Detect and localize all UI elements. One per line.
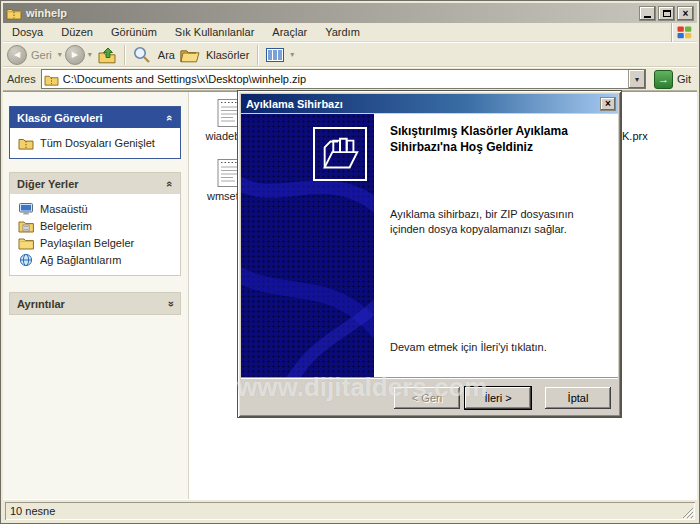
sidebar-item-network-places[interactable]: Ağ Bağlantılarım [18, 251, 174, 268]
chevron-up-icon: « [167, 178, 173, 190]
go-button-label[interactable]: Git [677, 73, 691, 85]
network-globe-icon [18, 253, 34, 267]
windows-logo-panel [671, 23, 697, 42]
menu-yardim[interactable]: Yardım [316, 24, 369, 40]
wizard-title-bar: Ayıklama Sihirbazı × [241, 94, 618, 113]
wizard-heading: Sıkıştırılmış Klasörler Ayıklama Sihirba… [390, 123, 616, 155]
chevron-up-icon: « [167, 112, 173, 124]
forward-button[interactable]: ▶ [65, 45, 85, 65]
views-icon[interactable] [265, 45, 285, 65]
wizard-content: Sıkıştırılmış Klasörler Ayıklama Sihirba… [374, 114, 618, 377]
up-folder-button[interactable] [97, 45, 117, 65]
wizard-banner-panel [241, 114, 374, 377]
back-arrow-icon: ◀ [14, 50, 20, 59]
wizard-folder-graphic-box [313, 127, 367, 181]
search-button-label[interactable]: Ara [158, 49, 175, 61]
desktop-icon [18, 202, 34, 216]
address-value: C:\Documents and Settings\x\Desktop\winh… [63, 73, 628, 85]
panel-details-header[interactable]: Ayrıntılar « [10, 293, 180, 314]
wizard-title: Ayıklama Sihirbazı [246, 98, 600, 110]
windows-logo-icon [677, 25, 692, 40]
sidebar-item-shared-documents[interactable]: Paylaşılan Belgeler [18, 234, 174, 251]
zip-folder-icon [6, 6, 22, 20]
maximize-button[interactable] [658, 6, 675, 21]
maximize-icon [663, 10, 671, 17]
sidebar-item-my-documents[interactable]: Belgelerim [18, 217, 174, 234]
menu-sik-kullanilanlar[interactable]: Sık Kullanılanlar [166, 24, 264, 40]
resize-grip[interactable] [681, 506, 694, 519]
sidebar-item-extract-all[interactable]: Tüm Dosyaları Genişlet [18, 134, 174, 151]
go-button[interactable]: → [654, 70, 673, 89]
wizard-instruction-text: Devam etmek için İleri'yi tıklatın. [390, 341, 610, 353]
sidebar-item-label: Ağ Bağlantılarım [40, 254, 121, 266]
chevron-down-icon: ▾ [635, 75, 639, 84]
back-dropdown-caret-icon[interactable]: ▾ [58, 50, 62, 59]
panel-other-places-header[interactable]: Diğer Yerler « [10, 173, 180, 194]
shared-folder-icon [18, 236, 34, 250]
toolbar-separator [257, 45, 258, 65]
sidebar-item-label: Paylaşılan Belgeler [40, 237, 134, 249]
panel-title: Klasör Görevleri [17, 112, 103, 124]
file-label-partial[interactable]: K.prx [622, 130, 648, 142]
panel-title: Ayrıntılar [17, 298, 65, 310]
menu-duzen[interactable]: Düzen [52, 24, 102, 40]
title-bar: winhelp × [3, 3, 697, 23]
wizard-body-text: Ayıklama sihirbazı, bir ZIP dosyasının i… [390, 207, 600, 237]
documents-folder-icon [18, 219, 34, 233]
wizard-page: Sıkıştırılmış Klasörler Ayıklama Sihirba… [241, 114, 618, 377]
watermark-text: www.dijitalders.com [237, 372, 487, 403]
wizard-close-button[interactable]: × [600, 97, 616, 111]
status-cell: 10 nesne [5, 502, 695, 520]
views-dropdown-caret-icon[interactable]: ▾ [290, 50, 294, 59]
panel-other-places-body: Masaüstü Belgelerim [10, 194, 180, 275]
forward-arrow-icon: ▶ [72, 50, 78, 59]
zip-folder-icon [18, 136, 34, 150]
sidebar-item-label: Masaüstü [40, 203, 88, 215]
forward-dropdown-caret-icon[interactable]: ▾ [88, 50, 92, 59]
panel-title: Diğer Yerler [17, 178, 79, 190]
menu-araclar[interactable]: Araçlar [263, 24, 316, 40]
close-button[interactable]: × [677, 6, 694, 21]
minimize-icon [644, 11, 651, 18]
sidebar-item-desktop[interactable]: Masaüstü [18, 200, 174, 217]
panel-folder-tasks-header[interactable]: Klasör Görevleri « [10, 107, 180, 128]
zip-folder-icon [44, 73, 59, 86]
panel-other-places: Diğer Yerler « Masaüstü [9, 172, 181, 276]
window-title: winhelp [26, 7, 639, 19]
extraction-wizard-dialog: Ayıklama Sihirbazı × [237, 90, 622, 418]
search-icon[interactable] [132, 45, 152, 65]
status-text: 10 nesne [10, 505, 55, 517]
address-label: Adres [7, 73, 36, 85]
address-input[interactable]: C:\Documents and Settings\x\Desktop\winh… [41, 69, 646, 89]
back-button[interactable]: ◀ [7, 45, 27, 65]
panel-details: Ayrıntılar « [9, 292, 181, 315]
panel-folder-tasks: Klasör Görevleri « Tüm Dosyaları Genişle… [9, 106, 181, 159]
menu-dosya[interactable]: Dosya [3, 24, 52, 40]
panel-folder-tasks-body: Tüm Dosyaları Genişlet [10, 128, 180, 158]
back-button-label[interactable]: Geri [31, 49, 52, 61]
address-dropdown-button[interactable]: ▾ [628, 70, 645, 88]
minimize-button[interactable] [639, 6, 656, 21]
folders-icon[interactable] [180, 45, 200, 65]
chevron-down-icon: « [167, 298, 173, 310]
sidebar-item-label: Belgelerim [40, 220, 92, 232]
extract-folder-icon [317, 131, 363, 177]
sidebar-item-label: Tüm Dosyaları Genişlet [40, 137, 155, 149]
cancel-wizard-button[interactable]: İptal [545, 387, 611, 409]
toolbar: ◀ Geri ▾ ▶ ▾ Ara Klasörler ▾ [3, 42, 697, 67]
status-bar: 10 nesne [3, 499, 697, 521]
menu-gorunum[interactable]: Görünüm [102, 24, 166, 40]
menu-bar: Dosya Düzen Görünüm Sık Kullanılanlar Ar… [3, 23, 697, 42]
toolbar-separator [124, 45, 125, 65]
go-arrow-icon: → [658, 73, 669, 85]
close-icon: × [605, 98, 611, 109]
address-bar: Adres C:\Documents and Settings\x\Deskto… [3, 67, 697, 91]
close-icon: × [683, 8, 689, 19]
task-pane: Klasör Görevleri « Tüm Dosyaları Genişle… [3, 92, 189, 499]
folders-button-label[interactable]: Klasörler [206, 49, 249, 61]
window-controls: × [639, 6, 694, 21]
